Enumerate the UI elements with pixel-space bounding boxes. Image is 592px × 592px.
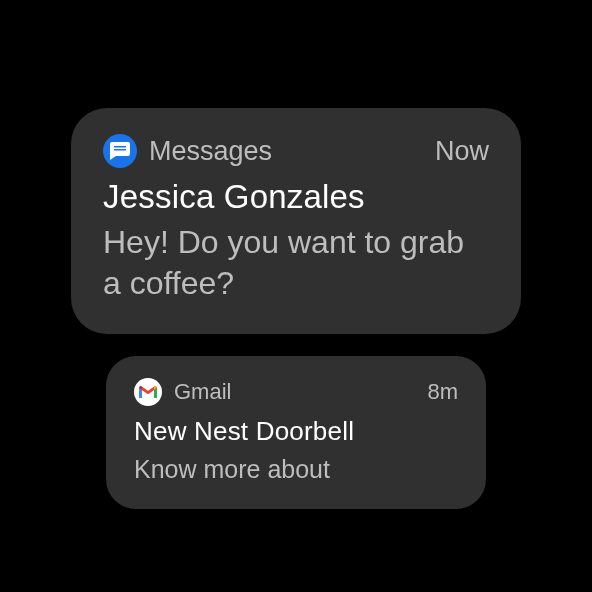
notification-header: Messages Now — [103, 134, 489, 168]
messages-icon — [110, 142, 130, 160]
messages-app-icon — [103, 134, 137, 168]
svg-rect-0 — [114, 146, 126, 148]
gmail-icon — [139, 385, 157, 399]
header-left: Gmail — [134, 378, 231, 406]
sender-name: Jessica Gonzales — [103, 178, 489, 216]
header-left: Messages — [103, 134, 272, 168]
notification-card[interactable]: Gmail 8m New Nest Doorbell Know more abo… — [106, 356, 486, 509]
notification-card[interactable]: Messages Now Jessica Gonzales Hey! Do yo… — [71, 108, 521, 334]
message-preview: Hey! Do you want to grab a coffee? — [103, 222, 489, 304]
sender-name: New Nest Doorbell — [134, 416, 458, 447]
gmail-app-icon — [134, 378, 162, 406]
app-name: Messages — [149, 136, 272, 167]
message-preview: Know more about — [134, 453, 458, 485]
svg-rect-1 — [114, 149, 126, 151]
timestamp: Now — [435, 136, 489, 167]
timestamp: 8m — [427, 379, 458, 405]
notification-header: Gmail 8m — [134, 378, 458, 406]
app-name: Gmail — [174, 379, 231, 405]
